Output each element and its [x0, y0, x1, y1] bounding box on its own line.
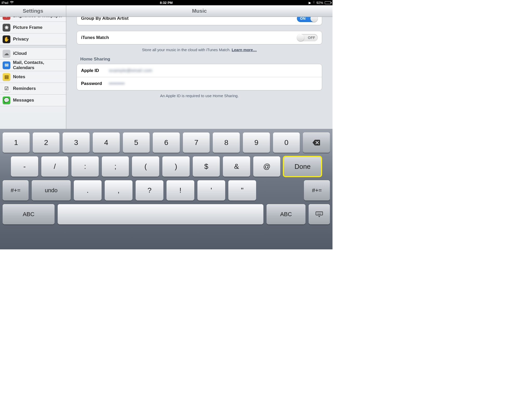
home-sharing-footer: An Apple ID is required to use Home Shar…: [77, 94, 322, 98]
battery-percent: 92%: [316, 1, 323, 5]
content-title: Music: [66, 5, 332, 17]
key-lparen[interactable]: (: [132, 156, 159, 177]
key-period[interactable]: .: [74, 180, 102, 201]
key-done[interactable]: Done: [283, 156, 321, 177]
apple-id-field[interactable]: example@email.com: [109, 68, 152, 73]
itunes-match-caption: Store all your music in the cloud with i…: [77, 48, 322, 52]
device-label: iPad: [2, 1, 8, 5]
key-space[interactable]: [58, 204, 263, 224]
key-undo[interactable]: undo: [32, 180, 71, 201]
key-amp[interactable]: &: [223, 156, 250, 177]
key-symbols-right[interactable]: #+=: [304, 180, 330, 201]
sidebar-item-label: Reminders: [13, 86, 36, 91]
play-icon: ▶: [309, 1, 311, 5]
sidebar-item-label: Brightness & Wallpaper: [13, 17, 63, 18]
key-4[interactable]: 4: [93, 132, 120, 153]
key-7[interactable]: 7: [183, 132, 210, 153]
settings-sidebar: Settings ☀ Brightness & Wallpaper ❀ Pict…: [0, 5, 66, 129]
key-semicolon[interactable]: ;: [102, 156, 129, 177]
clock: 8:32 PM: [160, 1, 172, 5]
key-3[interactable]: 3: [63, 132, 90, 153]
keyboard-row-3: #+= undo . , ? ! ' " #+=: [2, 180, 330, 201]
wifi-icon: [10, 1, 14, 5]
messages-icon: 💬: [3, 96, 10, 104]
sidebar-item-label: Messages: [13, 98, 34, 103]
key-dollar[interactable]: $: [193, 156, 220, 177]
sidebar-item-label: Mail, Contacts, Calendars: [13, 60, 63, 70]
key-symbols-left[interactable]: #+=: [3, 180, 29, 201]
bluetooth-icon: [313, 1, 315, 5]
key-6[interactable]: 6: [153, 132, 180, 153]
key-2[interactable]: 2: [33, 132, 60, 153]
sidebar-item-messages[interactable]: 💬 Messages: [0, 95, 66, 106]
toggle-knob: [297, 34, 304, 41]
key-1[interactable]: 1: [3, 132, 30, 153]
svg-rect-0: [316, 212, 323, 215]
sidebar-item-picture-frame[interactable]: ❀ Picture Frame: [0, 22, 66, 34]
sidebar-title: Settings: [0, 5, 66, 17]
key-at[interactable]: @: [253, 156, 281, 177]
toggle-on-text: ON: [300, 17, 305, 21]
sidebar-item-privacy[interactable]: ✋ Privacy: [0, 34, 66, 45]
cell-itunes-match[interactable]: iTunes Match OFF: [77, 31, 322, 44]
notes-icon: ▤: [3, 73, 10, 81]
cell-label: iTunes Match: [81, 35, 109, 40]
toggle-itunes-match[interactable]: OFF: [297, 34, 318, 41]
sidebar-item-label: Notes: [13, 74, 25, 79]
brightness-icon: ☀: [3, 17, 10, 20]
on-screen-keyboard: 1 2 3 4 5 6 7 8 9 0 - / : ; ( ) $ & @ Do…: [0, 129, 332, 249]
cell-password[interactable]: Password ••••••••: [77, 77, 322, 90]
key-question[interactable]: ?: [136, 180, 163, 201]
key-8[interactable]: 8: [213, 132, 240, 153]
key-quote[interactable]: ": [228, 180, 256, 201]
sidebar-item-brightness[interactable]: ☀ Brightness & Wallpaper: [0, 17, 66, 22]
key-rparen[interactable]: ): [162, 156, 190, 177]
key-apostrophe[interactable]: ': [197, 180, 225, 201]
key-comma[interactable]: ,: [105, 180, 132, 201]
key-abc-right[interactable]: ABC: [267, 204, 305, 224]
toggle-off-text: OFF: [308, 36, 315, 40]
key-slash[interactable]: /: [41, 156, 69, 177]
sidebar-item-label: Privacy: [13, 37, 29, 42]
sidebar-item-label: Picture Frame: [13, 25, 42, 30]
cell-apple-id[interactable]: Apple ID example@email.com: [77, 64, 322, 77]
sidebar-item-icloud[interactable]: ☁ iCloud: [0, 48, 66, 59]
keyboard-row-1: 1 2 3 4 5 6 7 8 9 0: [2, 132, 330, 153]
sidebar-item-notes[interactable]: ▤ Notes: [0, 71, 66, 83]
sidebar-item-reminders[interactable]: ☑ Reminders: [0, 83, 66, 95]
keyboard-row-4: ABC ABC: [2, 204, 330, 224]
cell-group-by-album-artist[interactable]: Group By Album Artist ON: [77, 17, 322, 25]
sidebar-item-label: iCloud: [13, 51, 27, 56]
key-hide-keyboard[interactable]: [309, 204, 330, 224]
apple-id-label: Apple ID: [81, 68, 104, 73]
icloud-icon: ☁: [3, 50, 10, 57]
key-exclaim[interactable]: !: [167, 180, 194, 201]
sidebar-item-mail[interactable]: ✉ Mail, Contacts, Calendars: [0, 59, 66, 71]
key-hyphen[interactable]: -: [11, 156, 38, 177]
status-bar: iPad 8:32 PM ▶ 92%: [0, 0, 332, 5]
toggle-knob: [310, 17, 318, 22]
cell-label: Group By Album Artist: [81, 17, 129, 21]
learn-more-link[interactable]: Learn more…: [232, 48, 257, 52]
keyboard-row-2: - / : ; ( ) $ & @ Done: [2, 156, 330, 177]
key-abc-left[interactable]: ABC: [3, 204, 55, 224]
password-label: Password: [81, 81, 104, 86]
key-9[interactable]: 9: [243, 132, 270, 153]
battery-icon: [325, 1, 331, 4]
reminders-icon: ☑: [3, 85, 10, 92]
key-colon[interactable]: :: [71, 156, 99, 177]
key-5[interactable]: 5: [123, 132, 150, 153]
key-backspace[interactable]: [303, 132, 330, 153]
section-home-sharing: Home Sharing: [80, 57, 322, 62]
mail-icon: ✉: [3, 61, 10, 69]
toggle-group-by-album-artist[interactable]: ON: [297, 17, 318, 22]
picture-frame-icon: ❀: [3, 24, 10, 31]
key-0[interactable]: 0: [273, 132, 300, 153]
password-field[interactable]: ••••••••: [109, 81, 125, 86]
privacy-icon: ✋: [3, 35, 10, 43]
